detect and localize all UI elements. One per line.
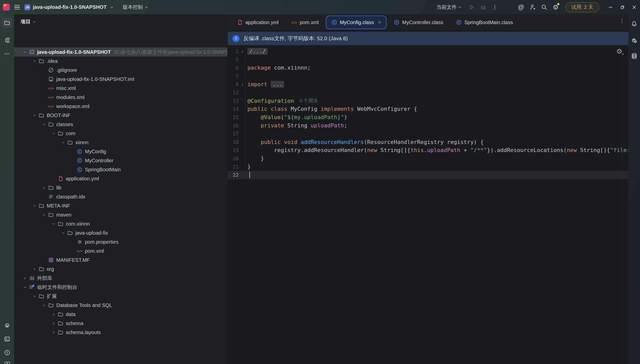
tab-application-yml[interactable]: application.yml xyxy=(231,16,284,29)
code-line-14[interactable]: 14public class MyConfig implements WebMv… xyxy=(228,105,628,113)
chevron-down-icon[interactable] xyxy=(31,202,38,209)
tree-row-data[interactable]: data xyxy=(14,310,227,319)
code-line-21[interactable]: 21} xyxy=(228,163,628,171)
tab-springbootmain-class[interactable]: CSpringBootMain.class xyxy=(450,16,518,29)
chevron-down-icon[interactable] xyxy=(50,221,57,227)
tree-row-com[interactable]: com xyxy=(14,129,227,138)
tree-row-maven[interactable]: maven xyxy=(14,210,227,219)
chevron-down-icon[interactable] xyxy=(22,284,28,290)
vcs-widget[interactable]: 版本控制 xyxy=(123,4,149,11)
tree-row--[interactable]: 外部库 xyxy=(14,274,227,283)
notifications-bell-icon[interactable] xyxy=(630,19,639,28)
project-panel-header[interactable]: 项目 xyxy=(14,14,227,29)
chevron-down-icon[interactable] xyxy=(31,293,38,299)
close-button[interactable] xyxy=(628,0,640,14)
code-line-13[interactable]: 13@Configuration0 个用法 xyxy=(228,97,628,105)
partially-visible-toolwindow-button[interactable] xyxy=(2,358,12,364)
code-line-12[interactable]: 12 xyxy=(228,88,628,97)
tree-row-myconfig[interactable]: CMyConfig xyxy=(14,147,227,156)
tab-mycontroller-class[interactable]: CMyController.class xyxy=(388,16,449,29)
fold-marker-icon[interactable]: › xyxy=(240,47,245,56)
editor-settings-gear-icon[interactable]: ⚙ xyxy=(616,47,622,55)
chevron-down-icon[interactable] xyxy=(60,139,66,146)
chevron-right-icon[interactable] xyxy=(50,320,57,327)
chevron-down-icon[interactable] xyxy=(60,230,66,236)
tree-row--[interactable]: 临时文件和控制台 xyxy=(14,283,227,292)
tab-myconfig-class[interactable]: CMyConfig.class× xyxy=(326,16,387,29)
tree-row-pom.xml[interactable]: </>pom.xml xyxy=(14,246,227,255)
minimize-button[interactable] xyxy=(605,0,616,14)
tree-row-java-upload-fix[interactable]: java-upload-fix xyxy=(14,228,227,237)
structure-toolwindow-button[interactable] xyxy=(2,35,12,45)
more-actions-button[interactable] xyxy=(489,0,501,14)
code-with-me-button[interactable] xyxy=(527,0,538,14)
code-line-5[interactable]: 5 xyxy=(228,56,628,64)
tree-row-schema[interactable]: schema xyxy=(14,319,227,328)
main-menu-icon[interactable] xyxy=(14,5,20,9)
restore-button[interactable] xyxy=(616,0,628,14)
tree-row-org[interactable]: org xyxy=(14,265,227,274)
code-line-17[interactable]: 17 xyxy=(228,130,628,138)
tree-row-schema.layouts[interactable]: schema.layouts xyxy=(14,328,227,337)
tab-pom-xml[interactable]: </>pom.xml xyxy=(286,16,324,29)
tree-row-application.yml[interactable]: application.yml xyxy=(14,174,227,183)
chevron-down-icon[interactable] xyxy=(31,112,38,119)
terminal-toolwindow-button[interactable] xyxy=(2,334,12,344)
tree-row-boot-inf[interactable]: BOOT-INF xyxy=(14,111,227,120)
debug-button[interactable] xyxy=(477,0,489,14)
tree-row-classes[interactable]: classes xyxy=(14,120,227,129)
services-toolwindow-button[interactable] xyxy=(2,320,12,330)
chevron-down-icon[interactable] xyxy=(41,212,47,218)
tree-row-database-tools-and-sql[interactable]: Database Tools and SQL xyxy=(14,301,227,310)
tree-row-lib[interactable]: lib xyxy=(14,183,227,192)
close-tab-icon[interactable]: × xyxy=(378,20,381,25)
code-line-20[interactable]: 20 } xyxy=(228,154,628,163)
ai-assistant-button[interactable]: @ xyxy=(515,0,527,14)
chevron-down-icon[interactable] xyxy=(22,49,28,55)
tree-row-springbootmain[interactable]: CSpringBootMain xyxy=(14,165,227,174)
tree-row-workspace.xml[interactable]: </>workspace.xml xyxy=(14,102,227,111)
code-line-22[interactable]: 22 xyxy=(228,171,628,179)
trial-badge[interactable]: 试用: 2 天 xyxy=(565,2,599,12)
tree-row-mycontroller[interactable]: CMyController xyxy=(14,156,227,165)
project-toolwindow-button[interactable] xyxy=(2,18,12,28)
search-everywhere-button[interactable] xyxy=(538,0,550,14)
tree-row-meta-inf[interactable]: META-INF xyxy=(14,201,227,210)
code-line-18[interactable]: 18 public void addResourceHandlers(Resou… xyxy=(228,138,628,146)
tree-row-modules.xml[interactable]: </>modules.xml xyxy=(14,93,227,102)
code-line-8[interactable]: 8›import ... xyxy=(228,80,628,88)
tree-row-.gitignore[interactable]: .gitignore xyxy=(14,66,227,75)
project-selector[interactable]: JS java-upload-fix-1.0-SNAPSHOT xyxy=(24,4,114,10)
run-button[interactable] xyxy=(466,0,477,14)
code-line-16[interactable]: 16 private String uploadPath; xyxy=(228,121,628,130)
tree-row-java-upload-fix-1.0-snapshot.iml[interactable]: java-upload-fix-1.0-SNAPSHOT.iml xyxy=(14,75,227,84)
chevron-down-icon[interactable] xyxy=(31,58,38,64)
chevron-right-icon[interactable] xyxy=(41,184,47,191)
tree-row-java-upload-fix-1.0-snapshot[interactable]: java-upload-fix-1.0-SNAPSHOTD:\杂七杂八\新建文件… xyxy=(14,47,227,57)
chevron-right-icon[interactable] xyxy=(22,275,28,281)
tree-row-xiinnn[interactable]: xiinnn xyxy=(14,138,227,147)
tree-row-.idea[interactable]: .idea xyxy=(14,57,227,66)
tree-row--[interactable]: 扩展 xyxy=(14,292,227,301)
code-editor[interactable]: 1›/.../56package com.xiinnn;78›import ..… xyxy=(228,47,628,179)
settings-button[interactable]: ⚙ xyxy=(550,0,561,14)
chevron-right-icon[interactable] xyxy=(31,266,38,272)
tree-row-classpath.idx[interactable]: classpath.idx xyxy=(14,192,227,201)
chevron-right-icon[interactable] xyxy=(50,329,57,336)
tree-row-misc.xml[interactable]: </>misc.xml xyxy=(14,84,227,93)
chevron-down-icon[interactable] xyxy=(41,302,47,308)
chevron-right-icon[interactable] xyxy=(50,311,57,318)
code-line-19[interactable]: 19 registry.addResourceHandler(new Strin… xyxy=(228,146,628,154)
problems-toolwindow-button[interactable] xyxy=(2,347,12,357)
chevron-down-icon[interactable] xyxy=(41,121,47,128)
fold-marker-icon[interactable]: › xyxy=(240,80,245,88)
code-line-7[interactable]: 7 xyxy=(228,72,628,80)
ai-assistant-toolwindow-icon[interactable] xyxy=(630,35,639,44)
run-configuration-selector[interactable]: 当前文件 xyxy=(437,0,462,14)
tab-options-icon[interactable] xyxy=(619,18,625,24)
code-line-1[interactable]: 1›/.../ xyxy=(228,47,628,56)
tree-row-com.xiinnn[interactable]: com.xiinnn xyxy=(14,219,227,228)
code-line-15[interactable]: 15 @Value("${my.uploadPath}") xyxy=(228,113,628,121)
database-toolwindow-icon[interactable] xyxy=(630,51,639,61)
tree-row-pom.properties[interactable]: ⚙pom.properties xyxy=(14,237,227,246)
